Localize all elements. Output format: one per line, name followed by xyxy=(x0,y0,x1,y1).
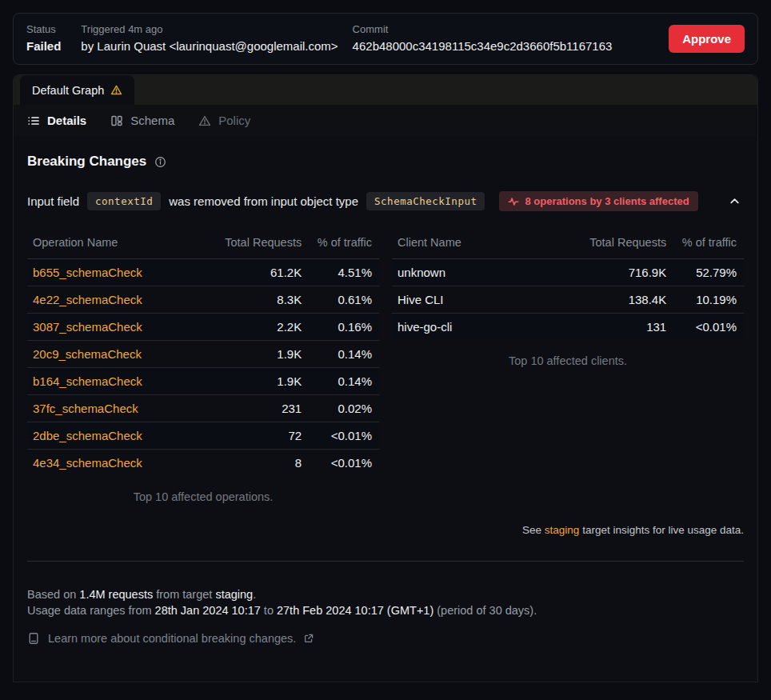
col-client-name: Client Name xyxy=(392,227,561,259)
status-group: Status Failed xyxy=(26,23,61,54)
triggered-group: Triggered 4m ago by Laurin Quast <laurin… xyxy=(81,23,338,54)
table-row: 20c9_schemaCheck1.9K0.14% xyxy=(27,341,379,368)
table-header-row: Operation Name Total Requests % of traff… xyxy=(27,227,379,259)
operation-link[interactable]: 2dbe_schemaCheck xyxy=(33,429,142,442)
list-icon xyxy=(27,114,40,127)
breaking-changes-title: Breaking Changes xyxy=(27,154,146,170)
change-text-before: Input field xyxy=(27,194,79,208)
see-note-pre: See xyxy=(522,524,545,536)
details-content: Breaking Changes Input field contextId w… xyxy=(14,136,757,682)
col-pct-traffic: % of traffic xyxy=(302,227,379,259)
pct-traffic-cell: 0.02% xyxy=(302,395,379,422)
pct-traffic-cell: <0.01% xyxy=(302,450,379,477)
info-circle-icon[interactable] xyxy=(154,156,166,168)
triggered-label: Triggered 4m ago xyxy=(81,23,338,36)
staging-link[interactable]: staging xyxy=(545,524,580,536)
see-staging-note: See staging target insights for live usa… xyxy=(27,524,744,536)
total-requests-cell: 1.9K xyxy=(196,341,302,368)
operation-link[interactable]: b655_schemaCheck xyxy=(33,266,142,279)
status-label: Status xyxy=(26,23,61,36)
pct-traffic-cell: 0.14% xyxy=(302,341,379,368)
table-row: b164_schemaCheck1.9K0.14% xyxy=(27,368,379,395)
col-operation-name: Operation Name xyxy=(27,227,196,259)
requests-count: 1.4M requests xyxy=(79,588,153,601)
client-name-cell: Hive CLI xyxy=(392,286,561,314)
summary-seg: . xyxy=(253,588,256,601)
pct-traffic-cell: 52.79% xyxy=(666,259,744,286)
pulse-icon xyxy=(508,196,519,207)
table-row: 4e22_schemaCheck8.3K0.61% xyxy=(27,286,379,314)
learn-more-link[interactable]: Learn more about conditional breaking ch… xyxy=(27,632,744,645)
usage-tables: Operation Name Total Requests % of traff… xyxy=(27,227,744,511)
pct-traffic-cell: <0.01% xyxy=(302,422,379,450)
operation-link[interactable]: 20c9_schemaCheck xyxy=(33,347,142,361)
table-row: hive-go-cli131<0.01% xyxy=(392,314,744,341)
col-pct-traffic: % of traffic xyxy=(666,227,744,259)
operations-table: Operation Name Total Requests % of traff… xyxy=(27,227,379,476)
table-row: 4e34_schemaCheck8<0.01% xyxy=(27,450,379,477)
status-value: Failed xyxy=(26,38,61,54)
affected-operations-badge[interactable]: 8 operations by 3 clients affected xyxy=(499,191,697,211)
summary-seg: (period of 30 days). xyxy=(433,604,537,617)
pct-traffic-cell: 4.51% xyxy=(302,259,379,286)
range-start-date: 28th Jan 2024 10:17 xyxy=(155,604,261,617)
tab-schema-label: Schema xyxy=(130,114,174,127)
external-link-icon xyxy=(304,634,314,643)
tab-details[interactable]: Details xyxy=(27,114,86,127)
total-requests-cell: 138.4K xyxy=(561,286,666,314)
col-total-requests: Total Requests xyxy=(561,227,666,259)
operation-link[interactable]: 37fc_schemaCheck xyxy=(33,402,138,415)
usage-summary-line2: Usage data ranges from 28th Jan 2024 10:… xyxy=(27,602,744,618)
summary-seg: from target xyxy=(153,588,215,601)
pct-traffic-cell: 10.19% xyxy=(666,286,744,314)
client-name-cell: unknown xyxy=(392,259,561,286)
pct-traffic-cell: 0.16% xyxy=(302,314,379,341)
summary-seg: to xyxy=(261,604,277,617)
affected-badge-label: 8 operations by 3 clients affected xyxy=(525,195,689,207)
approve-button[interactable]: Approve xyxy=(669,25,745,53)
total-requests-cell: 131 xyxy=(561,314,666,341)
field-name-chip: contextId xyxy=(87,192,161,210)
graph-tab-strip: Default Graph xyxy=(14,75,757,105)
operation-link[interactable]: 3087_schemaCheck xyxy=(33,320,142,334)
total-requests-cell: 8.3K xyxy=(196,286,302,314)
tab-default-graph[interactable]: Default Graph xyxy=(20,75,134,105)
table-header-row: Client Name Total Requests % of traffic xyxy=(392,227,744,259)
total-requests-cell: 2.2K xyxy=(196,314,302,341)
chevron-up-icon[interactable] xyxy=(725,192,744,210)
clients-caption: Top 10 affected clients. xyxy=(392,340,744,375)
summary-seg: Based on xyxy=(27,588,79,601)
col-total-requests: Total Requests xyxy=(196,227,302,259)
graph-tab-label: Default Graph xyxy=(32,84,104,97)
see-note-post: target insights for live usage data. xyxy=(579,524,744,536)
clients-table: Client Name Total Requests % of traffic … xyxy=(392,227,744,340)
commit-label: Commit xyxy=(353,23,613,36)
book-icon xyxy=(27,632,40,645)
operation-link[interactable]: 4e34_schemaCheck xyxy=(33,456,142,470)
pct-traffic-cell: 0.14% xyxy=(302,368,379,395)
usage-summary-line1: Based on 1.4M requests from target stagi… xyxy=(27,586,744,602)
total-requests-cell: 8 xyxy=(196,450,302,477)
range-end-date: 27th Feb 2024 10:17 (GMT+1) xyxy=(277,604,433,617)
total-requests-cell: 231 xyxy=(196,395,302,422)
tab-policy-label: Policy xyxy=(218,114,250,127)
tab-policy[interactable]: Policy xyxy=(198,114,250,127)
pct-traffic-cell: 0.61% xyxy=(302,286,379,314)
summary-seg: Usage data ranges from xyxy=(27,604,155,617)
operations-table-wrap: Operation Name Total Requests % of traff… xyxy=(27,227,379,511)
check-nav-tabs: Details Schema Policy xyxy=(14,105,757,136)
total-requests-cell: 1.9K xyxy=(196,368,302,395)
type-name-chip: SchemaCheckInput xyxy=(366,192,485,210)
operation-link[interactable]: b164_schemaCheck xyxy=(33,374,142,388)
target-name: staging xyxy=(215,588,253,601)
table-row: unknown716.9K52.79% xyxy=(392,259,744,286)
tab-schema[interactable]: Schema xyxy=(110,114,174,127)
operation-link[interactable]: 4e22_schemaCheck xyxy=(33,293,142,306)
learn-more-label: Learn more about conditional breaking ch… xyxy=(48,632,296,645)
total-requests-cell: 716.9K xyxy=(561,259,666,286)
table-row: Hive CLI138.4K10.19% xyxy=(392,286,744,314)
schema-columns-icon xyxy=(110,114,123,127)
table-row: 2dbe_schemaCheck72<0.01% xyxy=(27,422,379,450)
table-row: b655_schemaCheck61.2K4.51% xyxy=(27,259,379,286)
clients-table-wrap: Client Name Total Requests % of traffic … xyxy=(392,227,744,511)
